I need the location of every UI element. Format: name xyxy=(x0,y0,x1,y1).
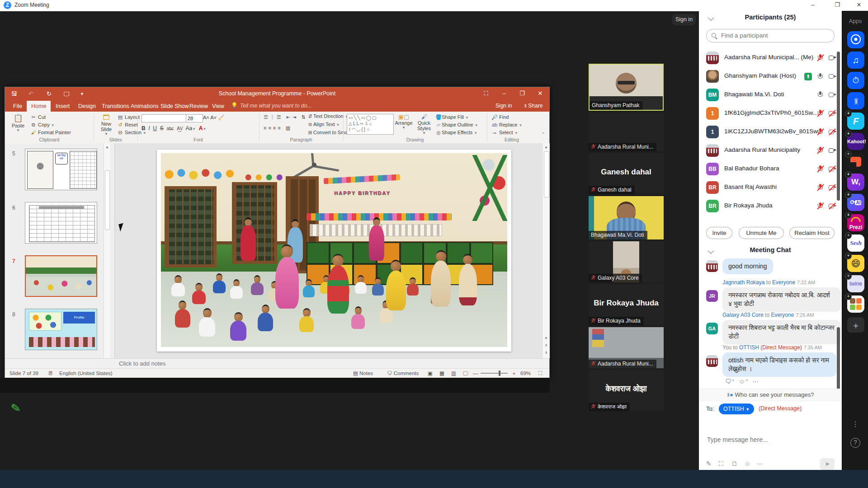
align-icons[interactable]: ≡≡≡≡ ▥ xyxy=(264,125,292,131)
find-button[interactable]: 🔎 Find xyxy=(491,114,509,120)
minimize-button[interactable]: – xyxy=(803,0,823,11)
participant-search[interactable]: Find a participant xyxy=(706,29,835,42)
ppt-share-button[interactable]: 🯅 Share xyxy=(524,103,542,109)
participant-row[interactable]: BB Bal Bahadur Bohara xyxy=(699,160,842,178)
timer-app-icon[interactable]: ⏱ xyxy=(847,72,864,89)
invite-button[interactable]: Invite xyxy=(706,227,732,239)
slide-thumbnail-7[interactable] xyxy=(25,255,97,297)
slide-scrollbar[interactable]: ▲ ▼ ⇞ ⇟ xyxy=(542,143,550,358)
participant-row[interactable]: Aadarsha Rural Municipality xyxy=(699,141,842,160)
chat-more-icon[interactable]: ⋯ xyxy=(757,460,763,467)
twine-app-icon[interactable]: +twine xyxy=(847,275,864,292)
sesh-app-icon[interactable]: +Sesh xyxy=(847,235,864,252)
zoom-percent[interactable]: 69% xyxy=(520,369,531,378)
recipient-selector[interactable]: OTTISH ▼ xyxy=(719,404,754,414)
shapes-gallery[interactable]: ▭╲╲▭◯▢△𝖫𝖫⇨⇩⌂⌇◠◡{}☆ xyxy=(347,114,394,135)
classdojo-app-icon[interactable]: + xyxy=(847,153,864,170)
participant-row[interactable]: 1 1iKC1ZJJuBWTM63i2wBv_801Sw... xyxy=(699,123,842,141)
slide-thumbnail-8[interactable]: Profile xyxy=(25,309,97,350)
zoom-slider-track[interactable] xyxy=(481,373,508,374)
add-app-button[interactable]: ＋ xyxy=(847,317,864,333)
quick-styles-button[interactable]: 🖌Quick Styles▼ xyxy=(415,113,434,135)
shape-fill-button[interactable]: 🪣Shape Fill ▼ xyxy=(435,114,469,120)
arrange-button[interactable]: ▣▢Arrange▼ xyxy=(394,113,414,130)
prezi-app-icon[interactable]: +Prezi xyxy=(847,214,864,231)
tab-insert[interactable]: Insert xyxy=(51,101,74,112)
view-buttons[interactable]: ▣ ▦ ▥ 🖵 xyxy=(428,369,471,378)
select-button[interactable]: ⭢ Select ▼ xyxy=(491,130,518,136)
chat-input[interactable] xyxy=(706,436,835,444)
video-tile-ganesh[interactable]: Ganesh dahal Ganesh dahal xyxy=(589,153,664,194)
video-tile-bir[interactable]: Bir Rokaya Jhuda Bir Rokaya Jhuda xyxy=(589,284,664,325)
kahoot-app-icon[interactable]: +Kahoot! xyxy=(847,133,864,150)
zoom-out-button[interactable]: — xyxy=(473,369,478,378)
close-button[interactable]: ✕ xyxy=(849,0,868,11)
participants-scrollbar[interactable] xyxy=(837,52,840,201)
screenshot-icon[interactable]: ⛶ xyxy=(719,460,723,468)
text-direction-button[interactable]: ⇵Text Direction ▼ xyxy=(307,113,349,119)
sidebar-help-icon[interactable]: ? xyxy=(842,438,868,448)
list-indent-icons[interactable]: ☰⋮☰ ⇤⇥ ⇅ xyxy=(264,114,307,120)
ribbon-options-icon[interactable]: ⛶ xyxy=(477,87,495,101)
zoom-sign-in-button[interactable]: Sign in xyxy=(672,14,696,25)
participant-row[interactable]: BR Bir Rokaya Jhuda xyxy=(699,197,842,216)
annotate-pencil-icon[interactable]: ✎ xyxy=(10,401,22,416)
tab-file[interactable]: File xyxy=(9,101,27,112)
language-status[interactable]: English (United States) xyxy=(59,369,113,378)
paste-button[interactable]: 📋Paste▼ xyxy=(9,113,27,132)
participant-row[interactable]: BR Basant Raj Awasthi xyxy=(699,178,842,197)
reset-button[interactable]: ↺ Reset xyxy=(117,122,138,128)
ppt-restore-button[interactable]: ❐ xyxy=(513,87,531,101)
new-slide-button[interactable]: 🗔New Slide▼ xyxy=(97,113,115,136)
comments-toggle[interactable]: 🗨 Comments xyxy=(387,369,419,378)
wordwall-app-icon[interactable]: +W, xyxy=(847,174,864,191)
video-tile-galaxy[interactable]: Galaxy A03 Core xyxy=(589,241,664,282)
slide-thumbnail-6[interactable] xyxy=(25,202,97,244)
emoji-reaction-icon[interactable]: ☺⁺ xyxy=(739,378,749,385)
reclaim-host-button[interactable]: Reclaim Host xyxy=(789,227,835,239)
video-tile-bhagawati[interactable]: Bhagawati Ma.Vi. Doti xyxy=(589,196,664,239)
thumbnail-scrollbar[interactable]: ▲ xyxy=(104,143,110,358)
tell-me-box[interactable]: Tell me what you want to do... xyxy=(240,103,311,109)
notes-pane[interactable]: Click to add notes xyxy=(5,358,549,369)
attach-file-icon[interactable]: 🗋 xyxy=(731,460,738,467)
emoji-app-icon[interactable]: +😄 xyxy=(847,255,864,272)
notes-toggle[interactable]: ▤ Notes xyxy=(353,369,373,378)
quote-reply-icon[interactable]: 🗨⁺ xyxy=(725,378,735,385)
music-app-icon[interactable]: ♫ xyxy=(847,52,864,69)
font-style-icons[interactable]: B I U S ab̶c A͜V Aa▼ A▼ xyxy=(142,125,206,131)
restore-button[interactable]: ❐ xyxy=(827,0,847,11)
next-slide-button[interactable]: ⇟ xyxy=(542,351,550,355)
font-size-combo[interactable]: 28 xyxy=(186,114,203,122)
ppt-close-button[interactable]: ✕ xyxy=(531,87,549,101)
chat-privacy-note[interactable]: 🯅● Who can see your messages? xyxy=(699,389,842,401)
camera-app-icon[interactable] xyxy=(847,31,864,48)
funtivity-app-icon[interactable]: +F xyxy=(847,113,864,130)
cut-button[interactable]: ✂ Cut xyxy=(30,114,46,120)
fit-slide-button[interactable]: ⛶ xyxy=(538,369,542,378)
tab-design[interactable]: Design xyxy=(74,101,100,112)
sidebar-more-icon[interactable]: ⋮ xyxy=(842,420,868,428)
shape-outline-button[interactable]: ▱Shape Outline ▼ xyxy=(435,122,478,128)
video-tile-keshavraj[interactable]: केशवराज ओझा केशवराज ओझा xyxy=(589,370,664,411)
contact-app-icon[interactable]: 🯅 xyxy=(847,92,864,109)
ppt-minimize-button[interactable]: – xyxy=(495,87,513,101)
zoom-slider-thumb[interactable] xyxy=(499,371,500,376)
more-options-icon[interactable]: ⋯ xyxy=(752,378,759,385)
previous-slide-button[interactable]: ⇞ xyxy=(542,343,550,347)
video-tile-ghanshyam[interactable]: Ghanshyam Pathak xyxy=(589,64,664,111)
slide-thumbnail-5[interactable]: यस विद्या लय xyxy=(25,149,97,190)
collapse-ribbon-icon[interactable]: ⌃ xyxy=(541,131,545,137)
participant-row[interactable]: Ghanshyam Pathak (Host) ⬆ xyxy=(699,67,842,86)
replace-button[interactable]: ab Replace ▼ xyxy=(491,122,522,127)
video-tile-aadarsha-1[interactable]: Aadarsha Rural Muni... xyxy=(589,113,664,151)
shape-effects-button[interactable]: ◍Shape Effects ▼ xyxy=(435,130,477,136)
participant-row[interactable]: BM Bhagawati Ma.Vi. Doti xyxy=(699,86,842,104)
squares-app-icon[interactable]: + xyxy=(847,296,864,313)
copy-button[interactable]: ⧉ Copy ▼ xyxy=(30,122,55,128)
layout-button[interactable]: ▤ Layout ▼ xyxy=(117,114,145,120)
unmute-me-button[interactable]: Unmute Me xyxy=(739,227,784,239)
participant-row[interactable]: Aadarsha Rural Municipal... (Me) xyxy=(699,49,842,67)
send-message-button[interactable]: ➤ xyxy=(820,458,835,470)
ppt-sign-in[interactable]: Sign in xyxy=(495,103,512,109)
